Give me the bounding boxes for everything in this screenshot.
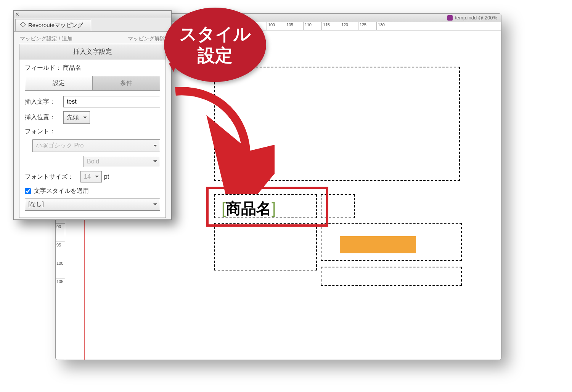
field-row: フィールド： 商品名 xyxy=(25,64,160,72)
image-frame[interactable] xyxy=(214,67,460,181)
insert-text-label: 挿入文字： xyxy=(25,98,61,106)
dialog-title: 挿入文字設定 xyxy=(19,44,165,59)
mapping-remove-link[interactable]: マッピング解除 xyxy=(128,35,165,42)
small-frame-1[interactable] xyxy=(321,194,355,218)
field-placeholder-text: [商品名] xyxy=(222,198,276,219)
field-name-value: 商品名 xyxy=(63,64,81,71)
char-style-select[interactable]: [なし] xyxy=(25,198,160,211)
price-highlight-fill xyxy=(340,236,416,253)
font-label: フォント： xyxy=(25,128,61,136)
indesign-doc-icon xyxy=(447,15,453,21)
insert-char-dialog: 挿入文字設定 フィールド： 商品名 設定 条件 挿入文字： 挿入位置： xyxy=(19,44,166,218)
panel-titlebar[interactable]: ✕ xyxy=(14,11,171,18)
description-frame[interactable] xyxy=(214,223,317,270)
indesign-doc-title: temp.indd @ 200% xyxy=(455,15,497,21)
font-size-select[interactable]: 14 xyxy=(80,171,102,182)
font-size-label: フォントサイズ： xyxy=(25,173,78,181)
apply-char-style-checkbox[interactable] xyxy=(25,188,31,194)
insert-pos-label: 挿入位置： xyxy=(25,114,61,122)
panel-tab[interactable]: Revorouteマッピング xyxy=(15,19,91,31)
callout-bubble: スタイル 設定 xyxy=(164,8,266,82)
mapping-panel: ✕ Revorouteマッピング マッピング設定 / 追加 マッピング解除 挿入… xyxy=(13,10,172,220)
tab-settings[interactable]: 設定 xyxy=(25,76,92,90)
insert-pos-select[interactable]: 先頭 xyxy=(63,111,90,124)
insert-text-input[interactable] xyxy=(63,96,160,107)
font-family-select[interactable]: 小塚ゴシック Pro xyxy=(32,139,160,152)
mapping-add-link[interactable]: マッピング設定 / 追加 xyxy=(20,35,72,42)
tab-conditions[interactable]: 条件 xyxy=(92,76,160,90)
apply-char-style-label: 文字スタイルを適用 xyxy=(34,187,89,195)
bottom-frame[interactable] xyxy=(321,267,462,286)
close-icon[interactable]: ✕ xyxy=(14,11,21,17)
dialog-tabs: 設定 条件 xyxy=(25,76,160,91)
font-size-unit: pt xyxy=(104,173,109,180)
font-weight-select[interactable]: Bold xyxy=(84,156,160,167)
